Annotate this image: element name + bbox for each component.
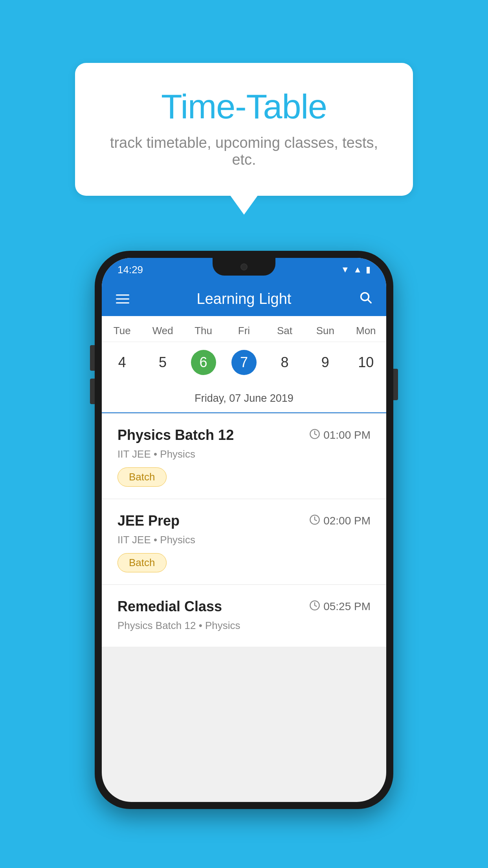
phone-wrapper: 14:29 ▼ ▲ ▮ Learning Light	[95, 251, 393, 809]
day-wed: Wed	[142, 316, 183, 342]
phone-frame: 14:29 ▼ ▲ ▮ Learning Light	[95, 251, 393, 809]
svg-line-1	[368, 300, 371, 303]
schedule-title-3: Remedial Class	[117, 598, 222, 615]
day-headers: Tue Wed Thu Fri Sat Sun Mon	[102, 316, 386, 342]
day-fri: Fri	[224, 316, 264, 342]
schedule-item-2-header: JEE Prep 02:00 PM	[117, 513, 371, 529]
power-button	[393, 369, 398, 400]
search-icon[interactable]	[359, 291, 372, 307]
calendar-section: Tue Wed Thu Fri Sat Sun Mon 4 5	[102, 316, 386, 414]
speech-bubble: Time-Table track timetable, upcoming cla…	[75, 63, 413, 196]
volume-buttons	[90, 345, 95, 404]
schedule-time-1: 01:00 PM	[309, 428, 371, 442]
speech-bubble-area: Time-Table track timetable, upcoming cla…	[0, 0, 488, 196]
schedule-item-2[interactable]: JEE Prep 02:00 PM IIT JEE • Physics	[102, 499, 386, 584]
day-sat: Sat	[264, 316, 305, 342]
vol-down-button	[90, 379, 95, 404]
day-thu: Thu	[183, 316, 224, 342]
day-sun: Sun	[305, 316, 345, 342]
date-6-today[interactable]: 6	[183, 346, 224, 379]
clock-icon-3	[309, 600, 320, 614]
phone-screen: 14:29 ▼ ▲ ▮ Learning Light	[102, 258, 386, 802]
signal-icon: ▲	[353, 265, 362, 275]
date-5[interactable]: 5	[142, 346, 183, 379]
bubble-subtitle: track timetable, upcoming classes, tests…	[106, 134, 382, 168]
date-7-selected[interactable]: 7	[224, 346, 264, 379]
clock-icon-2	[309, 514, 320, 528]
wifi-icon: ▼	[341, 265, 349, 275]
schedule-title-1: Physics Batch 12	[117, 427, 234, 443]
schedule-list: Physics Batch 12 01:00 PM IIT JEE • P	[102, 414, 386, 647]
vol-up-button	[90, 345, 95, 371]
date-8[interactable]: 8	[264, 346, 305, 379]
date-4[interactable]: 4	[102, 346, 142, 379]
status-icons: ▼ ▲ ▮	[341, 265, 371, 275]
phone-notch	[213, 258, 275, 276]
clock-icon-1	[309, 428, 320, 442]
schedule-time-2: 02:00 PM	[309, 514, 371, 528]
schedule-item-1[interactable]: Physics Batch 12 01:00 PM IIT JEE • P	[102, 414, 386, 498]
day-tue: Tue	[102, 316, 142, 342]
app-title: Learning Light	[141, 291, 347, 307]
schedule-time-3: 05:25 PM	[309, 600, 371, 614]
date-10[interactable]: 10	[346, 346, 386, 379]
selected-date-label: Friday, 07 June 2019	[102, 386, 386, 413]
date-row: 4 5 6 7 8 9	[102, 342, 386, 386]
schedule-item-1-header: Physics Batch 12 01:00 PM	[117, 427, 371, 443]
schedule-title-2: JEE Prep	[117, 513, 180, 529]
camera-dot	[240, 263, 248, 270]
bubble-title: Time-Table	[106, 86, 382, 127]
battery-icon: ▮	[366, 265, 371, 275]
schedule-subtitle-2: IIT JEE • Physics	[117, 534, 371, 546]
schedule-subtitle-3: Physics Batch 12 • Physics	[117, 620, 371, 632]
status-time: 14:29	[117, 264, 143, 276]
date-9[interactable]: 9	[305, 346, 345, 379]
batch-badge-2: Batch	[117, 553, 167, 572]
hamburger-menu-icon[interactable]	[116, 294, 129, 303]
schedule-subtitle-1: IIT JEE • Physics	[117, 448, 371, 460]
schedule-item-3-header: Remedial Class 05:25 PM	[117, 598, 371, 615]
day-mon: Mon	[346, 316, 386, 342]
app-bar: Learning Light	[102, 281, 386, 316]
schedule-item-3[interactable]: Remedial Class 05:25 PM Physics Batch	[102, 585, 386, 647]
batch-badge-1: Batch	[117, 467, 167, 487]
